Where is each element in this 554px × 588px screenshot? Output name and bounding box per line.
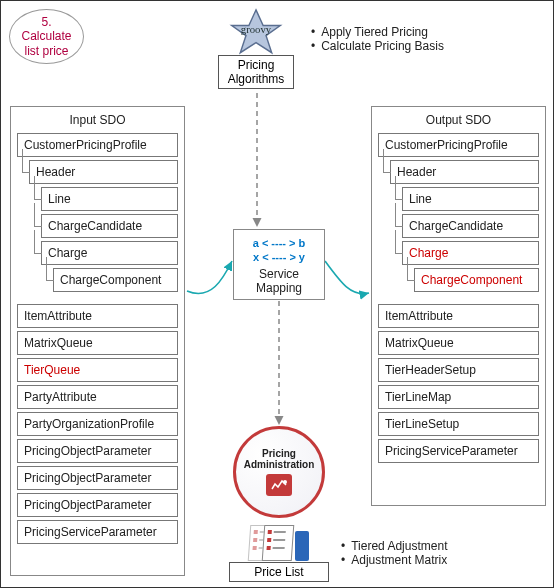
input-sdo-tree: CustomerPricingProfileHeaderLineChargeCa… [17, 133, 178, 292]
sdo-tree-node: Line [402, 187, 539, 211]
bullet-item: Calculate Pricing Basis [311, 39, 444, 53]
pricing-administration-node: Pricing Administration [233, 426, 325, 518]
input-sdo-title: Input SDO [17, 113, 178, 127]
sdo-list-row: PartyOrganizationProfile [17, 412, 178, 436]
mapping-symbol-line: a < ---- > b [238, 236, 320, 250]
sdo-list-row: TierLineSetup [378, 412, 539, 436]
service-mapping-label: Service Mapping [238, 267, 320, 296]
sdo-list-row: ItemAttribute [378, 304, 539, 328]
pricing-algorithms-label: Pricing Algorithms [218, 55, 294, 89]
sdo-list-row: PricingObjectParameter [17, 493, 178, 517]
bullet-item: Adjustment Matrix [341, 553, 447, 567]
algorithm-bullets: Apply Tiered Pricing Calculate Pricing B… [311, 25, 444, 53]
sdo-tree-node: ChargeCandidate [41, 214, 178, 238]
sdo-tree-node: Header [29, 160, 178, 184]
input-sdo-list: ItemAttributeMatrixQueueTierQueuePartyAt… [17, 304, 178, 544]
price-list-icon [229, 523, 329, 561]
svg-point-2 [283, 480, 287, 484]
diagram-canvas: 5. Calculate list price groovy Pricing A… [0, 0, 554, 588]
pricing-admin-icon [266, 474, 292, 496]
sdo-list-row: MatrixQueue [378, 331, 539, 355]
sdo-tree-node: Line [41, 187, 178, 211]
output-sdo-tree: CustomerPricingProfileHeaderLineChargeCa… [378, 133, 539, 292]
sdo-list-row: MatrixQueue [17, 331, 178, 355]
sdo-list-row: PricingServiceParameter [17, 520, 178, 544]
star-icon: groovy [220, 7, 292, 57]
input-sdo-panel: Input SDO CustomerPricingProfileHeaderLi… [10, 106, 185, 576]
sdo-list-row: TierHeaderSetup [378, 358, 539, 382]
output-sdo-list: ItemAttributeMatrixQueueTierHeaderSetupT… [378, 304, 539, 463]
bullet-item: Apply Tiered Pricing [311, 25, 444, 39]
sdo-list-row: TierQueue [17, 358, 178, 382]
sdo-list-row: ItemAttribute [17, 304, 178, 328]
sdo-list-row: TierLineMap [378, 385, 539, 409]
sdo-tree-node: CustomerPricingProfile [378, 133, 539, 157]
sdo-tree-node: Header [390, 160, 539, 184]
step-number: 5. [21, 15, 71, 29]
output-sdo-panel: Output SDO CustomerPricingProfileHeaderL… [371, 106, 546, 506]
step-label: Calculate list price [21, 29, 71, 58]
step-badge: 5. Calculate list price [9, 9, 84, 64]
sdo-tree-node: Charge [41, 241, 178, 265]
output-sdo-title: Output SDO [378, 113, 539, 127]
pricing-algorithms-node: groovy Pricing Algorithms [218, 7, 294, 89]
script-name: groovy [241, 23, 272, 35]
sdo-tree-node: ChargeCandidate [402, 214, 539, 238]
sdo-tree-node: Charge [402, 241, 539, 265]
bullet-item: Tiered Adjustment [341, 539, 447, 553]
mapping-symbol-line: x < ---- > y [238, 250, 320, 264]
price-list-label: Price List [229, 562, 329, 582]
sdo-list-row: PricingServiceParameter [378, 439, 539, 463]
sdo-list-row: PricingObjectParameter [17, 466, 178, 490]
sdo-tree-node: ChargeComponent [414, 268, 539, 292]
pricing-admin-label: Pricing Administration [244, 448, 315, 470]
sdo-list-row: PricingObjectParameter [17, 439, 178, 463]
sdo-tree-node: ChargeComponent [53, 268, 178, 292]
service-mapping-node: a < ---- > b x < ---- > y Service Mappin… [233, 229, 325, 300]
price-list-bullets: Tiered Adjustment Adjustment Matrix [341, 539, 447, 567]
sdo-list-row: PartyAttribute [17, 385, 178, 409]
sdo-tree-node: CustomerPricingProfile [17, 133, 178, 157]
price-list-node: Price List [229, 523, 329, 582]
